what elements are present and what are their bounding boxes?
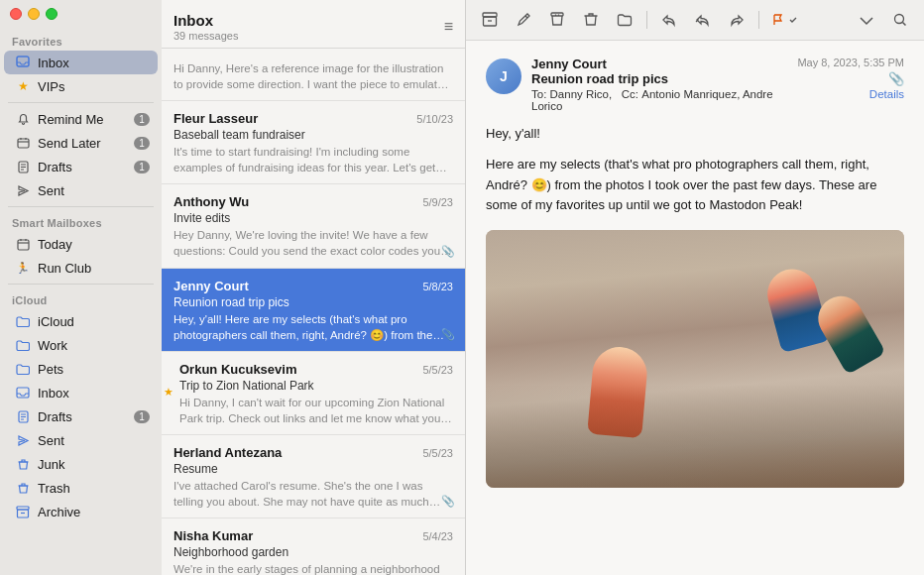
list-item[interactable]: Herland Antezana 5/5/23 Resume I've atta… <box>162 435 465 518</box>
attachment-icon: 📎 <box>441 245 455 258</box>
msg-subject: Invite edits <box>173 211 453 225</box>
minimize-button[interactable] <box>28 8 40 20</box>
sidebar-item-send-later[interactable]: Send Later 1 <box>4 131 158 155</box>
svg-point-11 <box>895 15 904 24</box>
rock-photo-bg <box>486 230 904 488</box>
sidebar-item-icloud[interactable]: iCloud <box>4 309 158 333</box>
msg-date: 5/9/23 <box>422 196 453 208</box>
msg-subject: Neighborhood garden <box>173 545 453 559</box>
list-item[interactable]: Anthony Wu 5/9/23 Invite edits Hey Danny… <box>162 184 465 268</box>
msg-sender: Anthony Wu <box>173 194 414 209</box>
reply-button[interactable] <box>655 6 683 34</box>
rock-shadow <box>486 385 904 488</box>
msg-preview: Hey, y'all! Here are my selects (that's … <box>173 311 453 343</box>
more-button[interactable] <box>853 6 880 34</box>
list-item[interactable]: ★ Orkun Kucuksevim 5/5/23 Trip to Zion N… <box>162 352 465 435</box>
sidebar-item-pets[interactable]: Pets <box>4 357 158 381</box>
archive-button[interactable] <box>476 6 504 34</box>
sidebar-item-label: Sent <box>38 183 150 198</box>
sidebar-item-sent2[interactable]: Sent <box>4 428 158 452</box>
folder-button[interactable] <box>611 6 638 34</box>
archive-icon <box>14 503 32 520</box>
msg-preview: Hi Danny, Here's a reference image for t… <box>173 60 453 92</box>
sidebar-item-sent[interactable]: Sent <box>4 178 158 202</box>
msg-sender: Fleur Lasseur <box>173 111 408 126</box>
msg-date: 5/5/23 <box>422 364 453 376</box>
msg-date: 5/4/23 <box>422 530 453 542</box>
send-later-icon <box>14 134 32 152</box>
sidebar-item-label: Pets <box>38 362 150 377</box>
sidebar-item-drafts[interactable]: Drafts 1 <box>4 155 158 178</box>
maximize-button[interactable] <box>46 8 58 20</box>
flag-button[interactable] <box>767 13 801 27</box>
msg-sender: Nisha Kumar <box>173 528 414 543</box>
search-button[interactable] <box>886 6 914 34</box>
sidebar-item-label: Run Club <box>38 261 150 276</box>
list-item[interactable]: Hi Danny, Here's a reference image for t… <box>162 49 465 101</box>
filter-button[interactable]: ≡ <box>444 18 453 36</box>
cc-label: Cc: <box>622 88 638 100</box>
run-club-icon: 🏃 <box>14 259 32 277</box>
list-item[interactable]: Nisha Kumar 5/4/23 Neighborhood garden W… <box>162 518 465 575</box>
body-line2: Here are my selects (that's what pro pho… <box>486 155 904 216</box>
email-meta: Jenny Court Reunion road trip pics To: D… <box>531 57 797 112</box>
messages-container: Hi Danny, Here's a reference image for t… <box>162 49 465 575</box>
sent2-icon <box>14 431 32 449</box>
email-to: To: Danny Rico, Cc: Antonio Manriquez, A… <box>531 88 797 112</box>
sidebar-item-drafts2[interactable]: Drafts 1 <box>4 404 158 428</box>
sidebar-item-label: Work <box>38 338 150 353</box>
sidebar-item-remind-me[interactable]: Remind Me 1 <box>4 107 158 131</box>
sidebar-item-inbox2[interactable]: Inbox <box>4 381 158 404</box>
svg-rect-10 <box>551 13 563 16</box>
sidebar-item-junk[interactable]: Junk <box>4 452 158 476</box>
details-link[interactable]: Details <box>869 88 904 100</box>
svg-rect-1 <box>18 139 29 148</box>
figure-3 <box>811 288 886 375</box>
email-subject: Reunion road trip pics <box>531 71 797 86</box>
body-line1: Hey, y'all! <box>486 124 904 145</box>
sidebar-item-work[interactable]: Work <box>4 333 158 357</box>
message-count: 39 messages <box>173 30 238 42</box>
sidebar: Favorites Inbox ★ VIPs Remind Me 1 <box>0 0 162 575</box>
close-button[interactable] <box>10 8 22 20</box>
detail-content: J Jenny Court Reunion road trip pics To:… <box>466 41 924 575</box>
junk-icon <box>14 455 32 473</box>
reply-all-button[interactable] <box>689 6 717 34</box>
divider <box>8 206 154 207</box>
sidebar-item-label: Trash <box>38 481 150 496</box>
folder-icon <box>14 360 32 378</box>
drafts2-icon <box>14 407 32 425</box>
badge: 1 <box>134 410 150 423</box>
message-list-header: Inbox 39 messages ≡ <box>162 0 465 49</box>
message-list: Inbox 39 messages ≡ Hi Danny, Here's a r… <box>162 0 466 575</box>
sidebar-item-label: Archive <box>38 505 150 519</box>
list-item[interactable]: Jenny Court 5/8/23 Reunion road trip pic… <box>162 269 465 352</box>
msg-preview: It's time to start fundraising! I'm incl… <box>173 144 453 175</box>
msg-sender: Jenny Court <box>173 279 414 293</box>
sidebar-item-trash[interactable]: Trash <box>4 476 158 500</box>
icloud-section-label: iCloud <box>0 288 162 309</box>
sidebar-item-archive[interactable]: Archive <box>4 500 158 523</box>
sidebar-item-label: VIPs <box>38 79 150 94</box>
list-item[interactable]: Fleur Lasseur 5/10/23 Baseball team fund… <box>162 101 465 184</box>
sidebar-item-inbox-favorites[interactable]: Inbox <box>4 51 158 74</box>
move-to-junk-button[interactable] <box>543 6 571 34</box>
compose-button[interactable] <box>510 6 537 34</box>
badge: 1 <box>134 113 150 126</box>
email-date-area: May 8, 2023, 5:35 PM 📎 Details <box>797 57 904 100</box>
forward-button[interactable] <box>723 6 751 34</box>
folder-icon <box>14 336 32 354</box>
msg-subject: Baseball team fundraiser <box>173 128 453 142</box>
sidebar-item-today[interactable]: Today <box>4 232 158 256</box>
traffic-lights[interactable] <box>10 8 58 20</box>
sidebar-item-vips[interactable]: ★ VIPs <box>4 74 158 98</box>
sidebar-item-label: Sent <box>38 433 150 448</box>
sidebar-item-run-club[interactable]: 🏃 Run Club <box>4 256 158 280</box>
to-label: To: <box>531 88 546 100</box>
email-header: J Jenny Court Reunion road trip pics To:… <box>486 57 904 112</box>
to-value: Danny Rico, <box>550 88 613 100</box>
msg-preview: We're in the early stages of planning a … <box>173 561 453 575</box>
msg-subject: Resume <box>173 462 453 476</box>
delete-button[interactable] <box>577 6 605 34</box>
sidebar-item-label: Inbox <box>38 56 150 70</box>
